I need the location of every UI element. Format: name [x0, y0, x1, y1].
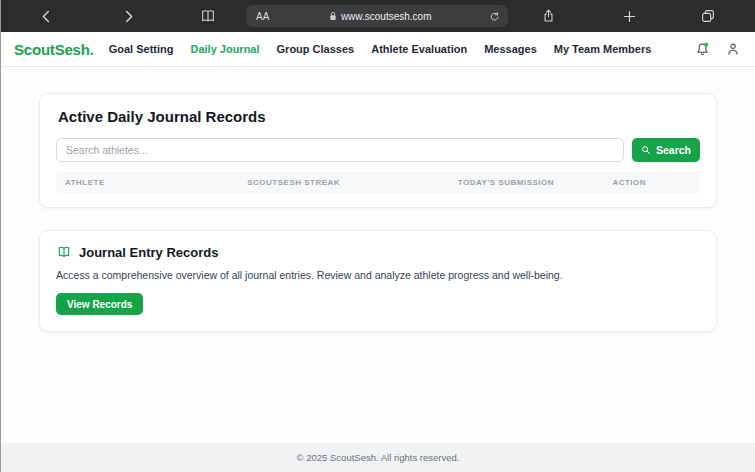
nav-link-group-classes[interactable]: Group Classes	[277, 43, 355, 55]
reader-mode-button[interactable]: AA	[246, 11, 279, 22]
scoutsesh-logo[interactable]: ScoutSesh.	[14, 41, 94, 58]
open-book-icon	[56, 244, 72, 260]
search-icon	[641, 145, 651, 155]
site-navbar: ScoutSesh. Goal Setting Daily Journal Gr…	[1, 32, 755, 67]
browser-share-button[interactable]	[536, 4, 560, 28]
url-text: www.scoutsesh.com	[341, 11, 432, 22]
site-footer: © 2025 ScoutSesh. All rights reserved.	[1, 443, 755, 472]
reload-button[interactable]	[481, 11, 508, 22]
bell-icon	[694, 41, 711, 58]
book-icon	[200, 8, 216, 24]
nav-link-athlete-evaluation[interactable]: Athlete Evaluation	[371, 43, 467, 55]
column-header-todays-submission: TODAY'S SUBMISSION	[449, 178, 604, 187]
url-display[interactable]: www.scoutsesh.com	[279, 11, 481, 22]
column-header-athlete: ATHLETE	[56, 178, 238, 187]
browser-bookmarks-button[interactable]	[196, 4, 220, 28]
plus-icon	[622, 9, 637, 24]
journal-entry-records-card: Journal Entry Records Access a comprehen…	[39, 230, 717, 332]
view-records-button[interactable]: View Records	[56, 293, 143, 315]
browser-back-button[interactable]	[34, 4, 58, 28]
browser-address-bar[interactable]: AA www.scoutsesh.com	[246, 5, 508, 27]
nav-link-goal-setting[interactable]: Goal Setting	[109, 43, 174, 55]
reload-icon	[489, 11, 500, 22]
chevron-right-icon	[121, 9, 136, 24]
notification-dot	[704, 42, 708, 46]
page-title: Active Daily Journal Records	[58, 108, 700, 125]
athletes-table-header: ATHLETE SCOUTSESH STREAK TODAY'S SUBMISS…	[56, 172, 700, 193]
lock-icon	[329, 11, 337, 21]
nav-link-messages[interactable]: Messages	[484, 43, 537, 55]
records-card-description: Access a comprehensive overview of all j…	[56, 269, 700, 281]
main-content: Active Daily Journal Records Search ATHL…	[1, 67, 755, 443]
navbar-actions	[693, 40, 742, 58]
active-daily-journal-card: Active Daily Journal Records Search ATHL…	[39, 93, 717, 208]
share-icon	[541, 8, 556, 24]
column-header-action: ACTION	[603, 178, 700, 187]
search-button-label: Search	[656, 144, 691, 156]
records-title-row: Journal Entry Records	[56, 244, 700, 260]
main-navigation: Goal Setting Daily Journal Group Classes…	[109, 43, 652, 55]
user-icon	[725, 41, 741, 57]
browser-new-tab-button[interactable]	[617, 4, 641, 28]
tabs-icon	[700, 8, 716, 24]
browser-tabs-button[interactable]	[696, 4, 720, 28]
nav-link-my-team-members[interactable]: My Team Members	[554, 43, 652, 55]
column-header-scoutsesh-streak: SCOUTSESH STREAK	[238, 178, 449, 187]
browser-toolbar: AA www.scoutsesh.com	[1, 0, 755, 32]
chevron-left-icon	[39, 9, 54, 24]
browser-forward-button[interactable]	[116, 4, 140, 28]
profile-button[interactable]	[724, 40, 742, 58]
records-card-title: Journal Entry Records	[79, 245, 218, 260]
nav-link-daily-journal[interactable]: Daily Journal	[190, 43, 259, 55]
notifications-button[interactable]	[693, 40, 711, 58]
copyright-text: © 2025 ScoutSesh. All rights reserved.	[297, 452, 460, 463]
search-input[interactable]	[56, 138, 624, 162]
search-row: Search	[56, 138, 700, 162]
search-button[interactable]: Search	[632, 138, 700, 162]
